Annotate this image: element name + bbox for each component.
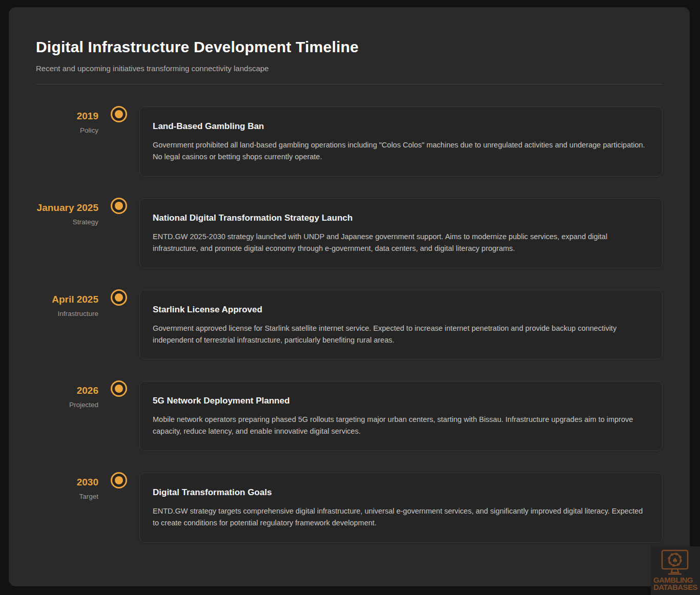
event-date: 2019 bbox=[36, 111, 98, 122]
timeline-label-column: January 2025 Strategy bbox=[36, 198, 98, 268]
event-title: Digital Transformation Goals bbox=[153, 487, 649, 498]
event-card: Land-Based Gambling Ban Government prohi… bbox=[139, 107, 663, 177]
event-category: Projected bbox=[36, 401, 98, 409]
event-date: 2030 bbox=[36, 477, 98, 488]
timeline-row: January 2025 Strategy National Digital T… bbox=[36, 198, 663, 268]
timeline-row: 2019 Policy Land-Based Gambling Ban Gove… bbox=[36, 107, 663, 177]
timeline-label-column: 2030 Target bbox=[36, 473, 98, 543]
timeline-dot-icon bbox=[111, 198, 127, 214]
timeline-marker-column bbox=[98, 198, 139, 268]
event-date: 2026 bbox=[36, 385, 98, 396]
timeline-marker-column bbox=[98, 381, 139, 451]
timeline-dot-icon bbox=[111, 472, 127, 488]
monitor-casino-chip-icon: ♠ bbox=[660, 549, 690, 576]
timeline-row: April 2025 Infrastructure Starlink Licen… bbox=[36, 290, 663, 360]
event-card: Digital Transformation Goals ENTD.GW str… bbox=[139, 473, 663, 543]
timeline-dot-icon bbox=[111, 106, 127, 122]
event-title: 5G Network Deployment Planned bbox=[153, 396, 649, 406]
timeline-dot-core bbox=[115, 385, 123, 393]
event-description: ENTD.GW 2025-2030 strategy launched with… bbox=[153, 231, 649, 254]
timeline-dot-core bbox=[115, 110, 123, 118]
event-description: Government approved license for Starlink… bbox=[153, 323, 649, 346]
event-category: Policy bbox=[36, 126, 98, 134]
timeline-dot-icon bbox=[111, 380, 127, 397]
event-card: Starlink License Approved Government app… bbox=[139, 290, 663, 360]
timeline-dot-core bbox=[115, 202, 123, 210]
event-title: Land-Based Gambling Ban bbox=[153, 121, 649, 132]
timeline-marker-column bbox=[98, 107, 139, 177]
timeline-row: 2030 Target Digital Transformation Goals… bbox=[36, 473, 663, 543]
event-description: Mobile network operators preparing phase… bbox=[153, 414, 649, 437]
gambling-databases-watermark: ♠ GAMBLING DATABASES bbox=[651, 546, 700, 595]
event-category: Target bbox=[36, 493, 98, 500]
timeline-dot-icon bbox=[111, 289, 127, 306]
event-card: 5G Network Deployment Planned Mobile net… bbox=[139, 381, 663, 451]
timeline-panel: Digital Infrastructure Development Timel… bbox=[9, 7, 690, 586]
timeline-dot-core bbox=[115, 476, 123, 484]
event-description: ENTD.GW strategy targets comprehensive d… bbox=[153, 505, 649, 529]
timeline-marker-column bbox=[98, 473, 139, 543]
event-title: National Digital Transformation Strategy… bbox=[153, 213, 649, 223]
timeline-dot-core bbox=[115, 293, 123, 302]
page-subtitle: Recent and upcoming initiatives transfor… bbox=[36, 64, 663, 73]
watermark-line-2: DATABASES bbox=[653, 584, 697, 591]
header-divider bbox=[36, 84, 663, 84]
event-description: Government prohibited all land-based gam… bbox=[153, 139, 649, 163]
event-date: January 2025 bbox=[36, 202, 98, 214]
timeline-label-column: 2026 Projected bbox=[36, 381, 98, 451]
event-title: Starlink License Approved bbox=[153, 305, 649, 315]
timeline-label-column: April 2025 Infrastructure bbox=[36, 290, 98, 360]
timeline-row: 2026 Projected 5G Network Deployment Pla… bbox=[36, 381, 663, 451]
timeline-list: 2019 Policy Land-Based Gambling Ban Gove… bbox=[36, 107, 663, 543]
panel-content: Digital Infrastructure Development Timel… bbox=[9, 7, 690, 543]
event-category: Infrastructure bbox=[36, 310, 98, 317]
event-date: April 2025 bbox=[36, 294, 98, 305]
timeline-marker-column bbox=[98, 290, 139, 360]
timeline-label-column: 2019 Policy bbox=[36, 107, 98, 177]
svg-text:♠: ♠ bbox=[672, 556, 678, 564]
event-category: Strategy bbox=[36, 218, 98, 226]
event-card: National Digital Transformation Strategy… bbox=[139, 198, 663, 268]
page-title: Digital Infrastructure Development Timel… bbox=[36, 38, 663, 56]
